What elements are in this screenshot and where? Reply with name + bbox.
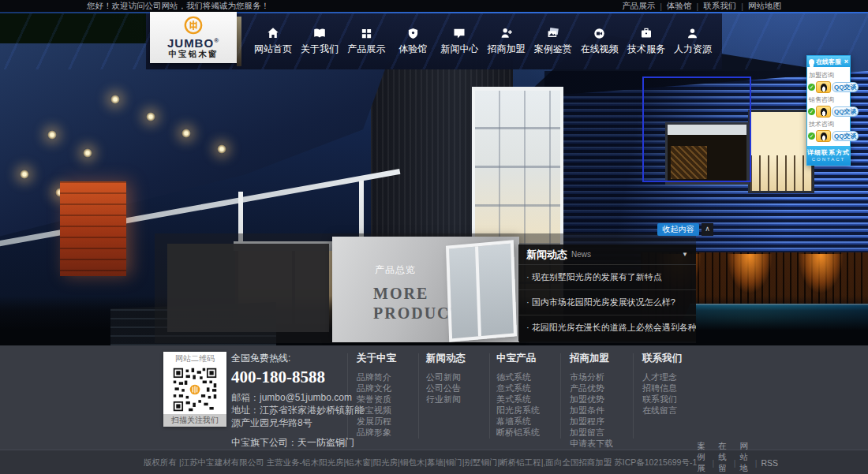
bottom-link-sitemap[interactable]: 网站地图 <box>739 441 750 474</box>
hero-art-red-door <box>60 181 126 276</box>
nav-item-franchise[interactable]: 招商加盟 <box>485 13 529 69</box>
nav-item-hr[interactable]: 人力资源 <box>671 13 715 69</box>
contact-details-button[interactable]: 详细联系方式 CONTACT <box>807 146 850 165</box>
footer-link[interactable]: 行业新闻 <box>426 394 494 405</box>
footer-link[interactable]: 在线留言 <box>642 405 710 416</box>
nav-item-videos[interactable]: 在线视频 <box>578 13 622 69</box>
topbar-links: 产品展示| 体验馆| 联系我们| 网站地图 <box>622 1 781 12</box>
footer-address: 地址：江苏省张家港妙桥镇新能源产业园兄华路8号 <box>231 404 372 429</box>
online-service-body: 加盟咨询 ✓ QQ交谈 销售咨询 ✓ QQ交谈 技术咨询 ✓ QQ交谈 <box>807 67 850 144</box>
separator: | <box>713 458 715 468</box>
main-nav: JUMBO® 中宝铝木窗 网站首页 关于我们 产品展示 体验馆 新闻中心 <box>0 13 868 69</box>
separator: | <box>734 458 736 468</box>
online-status-icon: ✓ <box>808 84 815 91</box>
separator: | <box>660 2 662 11</box>
topbar-link-contact[interactable]: 联系我们 <box>703 1 736 12</box>
hotline-label: 全国免费热线: <box>231 352 372 365</box>
hero-art-ceiling-light <box>181 129 191 138</box>
user-icon <box>687 27 698 39</box>
topbar-link-products[interactable]: 产品展示 <box>622 1 655 12</box>
footer-link[interactable]: 联系我们 <box>642 394 710 405</box>
footer-link[interactable]: 幕墙系统 <box>496 416 564 427</box>
online-status-icon: ✓ <box>808 108 815 115</box>
nav-item-showroom[interactable]: 体验馆 <box>391 13 435 69</box>
service-row: ✓ QQ交谈 <box>808 106 849 118</box>
nav-item-tech-service[interactable]: 技术服务 <box>624 13 668 69</box>
footer-link[interactable]: 品牌简介 <box>357 371 425 383</box>
logo[interactable]: JUMBO® 中宝铝木窗 <box>150 12 237 63</box>
qq-icon <box>816 81 831 93</box>
footer: 网站二维码 <box>0 345 868 450</box>
footer-link[interactable]: 招聘信息 <box>642 383 710 394</box>
close-icon[interactable]: × <box>844 58 848 65</box>
footer-link[interactable]: 公司新闻 <box>426 371 494 383</box>
bottom-link-rss[interactable]: RSS <box>761 458 778 468</box>
divider <box>347 353 348 439</box>
footer-link[interactable]: 产品优势 <box>570 383 638 394</box>
footer-link[interactable]: 荣誉资质 <box>357 394 425 405</box>
chevron-down-icon[interactable]: ▼ <box>682 251 688 258</box>
footer-link[interactable]: 品牌文化 <box>357 383 425 394</box>
chat-icon <box>453 27 466 39</box>
video-icon <box>593 27 605 39</box>
footer-link[interactable]: 阳光房系统 <box>496 405 564 416</box>
hero-art-ceiling-light <box>20 170 29 179</box>
service-row: ✓ QQ交谈 <box>808 81 849 93</box>
bottombar-links: 案例展示| 在线留言| 网站地图| RSS <box>697 441 778 474</box>
welcome-text: 您好！欢迎访问公司网站，我们将竭诚为您服务！ <box>87 1 269 12</box>
separator: | <box>755 458 758 468</box>
topbar: 您好！欢迎访问公司网站，我们将竭诚为您服务！ 产品展示| 体验馆| 联系我们| … <box>0 0 868 12</box>
nav-item-news[interactable]: 新闻中心 <box>437 13 481 69</box>
footer-link[interactable]: 人才理念 <box>642 371 710 383</box>
grid-icon <box>361 27 372 39</box>
bottom-link-message[interactable]: 在线留言 <box>718 441 729 474</box>
footer-link[interactable]: 公司公告 <box>426 383 494 394</box>
book-icon <box>313 27 326 39</box>
qq-chat-button[interactable]: QQ交谈 <box>832 106 859 117</box>
nav-item-products[interactable]: 产品展示 <box>344 13 388 69</box>
user-icon <box>809 59 814 65</box>
footer-link[interactable]: 发展历程 <box>357 416 425 427</box>
news-item[interactable]: 现在别墅阳光房的发展有了新特点 <box>518 265 696 290</box>
topbar-link-showroom[interactable]: 体验馆 <box>667 1 692 12</box>
topbar-link-sitemap[interactable]: 网站地图 <box>748 1 781 12</box>
more-products-panel[interactable]: 产品总览 MORE PRODUCTS <box>332 237 519 342</box>
nav-menu: 网站首页 关于我们 产品展示 体验馆 新闻中心 招商加盟 <box>251 13 715 69</box>
service-group-label: 技术咨询 <box>809 120 848 129</box>
footer-link[interactable]: 加盟程序 <box>570 416 638 427</box>
qq-chat-button[interactable]: QQ交谈 <box>832 82 859 92</box>
footer-link[interactable]: 中宝视频 <box>357 405 425 416</box>
footer-link[interactable]: 品牌形象 <box>357 427 425 438</box>
footer-link[interactable]: 加盟条件 <box>570 405 638 416</box>
service-group-label: 加盟咨询 <box>809 71 848 80</box>
nav-item-about[interactable]: 关于我们 <box>297 13 342 69</box>
footer-link[interactable]: 加盟优势 <box>570 394 638 405</box>
footer-link[interactable]: 断桥铝系统 <box>496 427 564 438</box>
bottom-link-cases[interactable]: 案例展示 <box>697 441 708 474</box>
collapse-content-button[interactable]: 收起内容 <box>657 223 699 236</box>
news-item[interactable]: 国内市场花园阳光房发展状况怎么样? <box>518 290 696 315</box>
hero-highlight-rectangle <box>642 77 751 182</box>
hero-art-ceiling-light <box>110 95 120 104</box>
news-item[interactable]: 花园阳光房在漫长的道路上必然会遇到各种挑战 <box>518 315 696 340</box>
logo-brand: JUMBO® <box>167 35 219 48</box>
online-service-title: 在线客服 <box>816 58 843 66</box>
qq-chat-button[interactable]: QQ交谈 <box>832 131 859 141</box>
footer-link[interactable]: 德式系统 <box>496 371 564 383</box>
footer-link[interactable]: 意式系统 <box>496 383 564 394</box>
hero-art-ceiling-light <box>47 130 57 140</box>
online-status-icon: ✓ <box>808 132 815 140</box>
footer-link[interactable]: 美式系统 <box>496 394 564 405</box>
footer-link[interactable]: 加盟留言 <box>570 427 638 438</box>
footer-link[interactable]: 市场分析 <box>570 371 638 383</box>
window-product-image <box>446 240 517 342</box>
hotline-number: 400-180-8588 <box>231 368 372 387</box>
home-icon <box>267 27 279 39</box>
bottombar: 版权所有 |江苏中宝建材有限公司 主营业务-铝木阳光房|铝木窗|阳光房|铜包木|… <box>0 450 868 474</box>
hero-art-ceiling-light <box>83 148 92 158</box>
qr-title: 网站二维码 <box>163 352 226 365</box>
nav-item-home[interactable]: 网站首页 <box>251 13 295 69</box>
nav-item-cases[interactable]: 案例鉴赏 <box>531 13 575 69</box>
qr-caption: 扫描关注我们 <box>163 414 226 427</box>
chevron-up-icon[interactable]: ∧ <box>702 223 713 236</box>
